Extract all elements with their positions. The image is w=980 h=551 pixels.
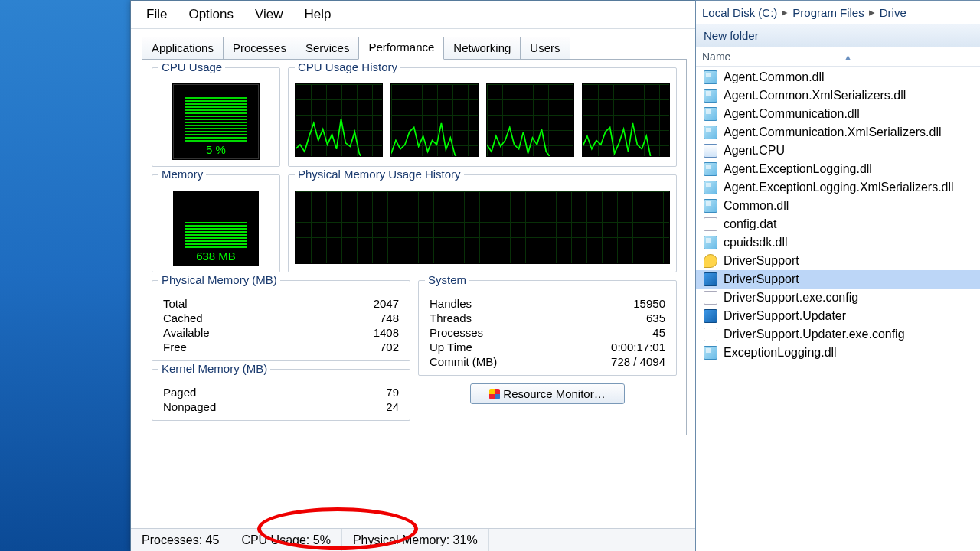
file-row[interactable]: ExceptionLogging.dll [696, 344, 980, 362]
performance-panel: CPU Usage 5 % CPU Usage History Memory [142, 59, 687, 435]
file-row[interactable]: DriverSupport.Updater [696, 307, 980, 325]
sort-indicator-icon: ▴ [845, 51, 851, 63]
file-icon [704, 107, 717, 121]
menu-bar: File Options View Help [131, 1, 697, 29]
file-name: Agent.Common.XmlSerializers.dll [724, 89, 906, 103]
file-icon [704, 309, 717, 323]
cpu-usage-gauge: 5 % [172, 83, 260, 160]
explorer-toolbar: New folder [696, 24, 980, 47]
cpu-history-group: CPU Usage History [288, 67, 677, 167]
chevron-right-icon: ▸ [869, 5, 875, 19]
kv-row: Commit (MB)728 / 4094 [425, 354, 670, 369]
file-name: Agent.ExceptionLogging.XmlSerializers.dl… [724, 181, 954, 194]
file-icon [704, 144, 717, 158]
breadcrumb[interactable]: Local Disk (C:)▸ Program Files▸ Drive [696, 1, 980, 24]
menu-view[interactable]: View [244, 4, 294, 25]
kernel-mem-group: Kernel Memory (MB) Paged79Nonpaged24 [152, 369, 410, 421]
file-row[interactable]: DriverSupport.Updater.exe.config [696, 325, 980, 344]
new-folder-button[interactable]: New folder [704, 29, 759, 42]
shield-icon [489, 389, 500, 399]
memory-title: Memory [158, 168, 206, 181]
file-name: Agent.Communication.dll [724, 107, 860, 121]
tab-applications[interactable]: Applications [142, 37, 224, 59]
phys-mem-group: Physical Memory (MB) Total2047Cached748A… [152, 280, 410, 361]
file-list: Agent.Common.dllAgent.Common.XmlSerializ… [696, 67, 980, 364]
kv-row: Paged79 [158, 385, 403, 399]
kv-row: Processes45 [425, 325, 670, 340]
menu-file[interactable]: File [136, 4, 178, 25]
file-icon [704, 217, 717, 231]
file-row[interactable]: Common.dll [696, 197, 980, 215]
file-icon [704, 236, 717, 249]
crumb-program-files[interactable]: Program Files [792, 6, 864, 19]
file-icon [704, 272, 717, 286]
file-name: DriverSupport [724, 254, 799, 268]
task-manager-window: File Options View Help Applications Proc… [130, 0, 698, 551]
mem-history-title: Physical Memory Usage History [295, 168, 464, 181]
mem-history-group: Physical Memory Usage History [288, 174, 677, 272]
file-name: cpuidsdk.dll [724, 236, 788, 249]
cpu-history-chart [582, 83, 670, 157]
file-row[interactable]: Agent.Common.XmlSerializers.dll [696, 86, 980, 105]
tab-processes[interactable]: Processes [223, 37, 296, 59]
file-row[interactable]: Agent.Common.dll [696, 68, 980, 86]
file-icon [704, 346, 717, 360]
file-icon [704, 291, 717, 305]
cpu-usage-title: CPU Usage [158, 60, 225, 73]
file-row[interactable]: cpuidsdk.dll [696, 233, 980, 252]
kv-row: Up Time0:00:17:01 [425, 340, 670, 354]
kv-row: Cached748 [158, 311, 403, 325]
mem-history-chart [295, 191, 670, 264]
column-header[interactable]: Name ▴ [696, 47, 980, 67]
file-icon [704, 199, 717, 213]
file-name: DriverSupport.Updater.exe.config [724, 328, 905, 341]
file-row[interactable]: DriverSupport [696, 270, 980, 289]
file-row[interactable]: DriverSupport [696, 252, 980, 270]
tab-bar: Applications Processes Services Performa… [142, 37, 687, 59]
file-name: Agent.ExceptionLogging.dll [724, 162, 872, 176]
memory-value: 638 MB [196, 249, 236, 262]
crumb-folder[interactable]: Drive [880, 6, 906, 19]
menu-help[interactable]: Help [294, 4, 342, 25]
tab-users[interactable]: Users [520, 37, 570, 59]
file-row[interactable]: Agent.CPU [696, 142, 980, 160]
status-cpu: CPU Usage: 5% [230, 529, 342, 551]
file-row[interactable]: Agent.Communication.dll [696, 105, 980, 123]
tab-performance[interactable]: Performance [358, 37, 444, 60]
system-title: System [425, 273, 469, 286]
kv-row: Nonpaged24 [158, 399, 403, 414]
file-row[interactable]: Agent.ExceptionLogging.dll [696, 160, 980, 178]
file-name: DriverSupport [724, 272, 799, 286]
menu-options[interactable]: Options [178, 4, 244, 25]
cpu-history-chart [486, 83, 574, 157]
file-icon [704, 126, 717, 139]
cpu-history-title: CPU Usage History [295, 60, 400, 73]
crumb-local-disk[interactable]: Local Disk (C:) [702, 6, 777, 19]
explorer-window: Local Disk (C:)▸ Program Files▸ Drive Ne… [695, 0, 980, 551]
column-name[interactable]: Name [702, 51, 730, 63]
cpu-usage-value: 5 % [206, 143, 226, 156]
file-icon [704, 328, 717, 341]
desktop: n File Options View Help Applications Pr… [0, 0, 980, 551]
tab-services[interactable]: Services [296, 37, 360, 59]
phys-mem-title: Physical Memory (MB) [158, 273, 280, 286]
file-name: ExceptionLogging.dll [724, 346, 837, 360]
status-bar: Processes: 45 CPU Usage: 5% Physical Mem… [131, 528, 697, 551]
kv-row: Total2047 [158, 296, 403, 311]
memory-gauge: 638 MB [173, 191, 259, 266]
status-mem: Physical Memory: 31% [342, 529, 489, 551]
file-icon [704, 181, 717, 194]
resource-monitor-button[interactable]: Resource Monitor… [470, 383, 624, 404]
file-icon [704, 70, 717, 84]
file-row[interactable]: Agent.ExceptionLogging.XmlSerializers.dl… [696, 178, 980, 197]
status-processes: Processes: 45 [131, 529, 230, 551]
file-name: Common.dll [724, 199, 789, 213]
file-row[interactable]: config.dat [696, 215, 980, 233]
file-row[interactable]: DriverSupport.exe.config [696, 289, 980, 307]
tab-networking[interactable]: Networking [443, 37, 521, 59]
file-name: Agent.Common.dll [724, 70, 825, 84]
file-name: DriverSupport.exe.config [724, 291, 858, 305]
memory-group: Memory 638 MB [152, 174, 280, 272]
file-row[interactable]: Agent.Communication.XmlSerializers.dll [696, 123, 980, 142]
cpu-history-chart [390, 83, 479, 157]
